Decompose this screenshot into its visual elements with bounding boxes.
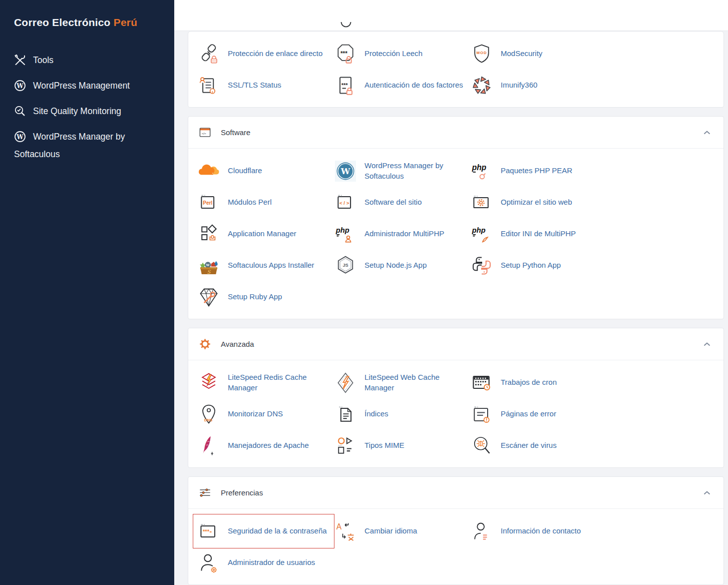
app-item-label[interactable]: Paquetes PHP PEAR <box>501 166 572 176</box>
app-item-label[interactable]: LiteSpeed Redis Cache Manager <box>228 372 329 393</box>
app-item-label[interactable]: Optimizar el sitio web <box>501 197 572 207</box>
app-item-label[interactable]: Trabajos de cron <box>501 377 557 387</box>
app-item-site-software[interactable]: < / > Software del sitio <box>334 187 470 218</box>
header-strip <box>174 0 728 31</box>
wordpress-logo-icon: W <box>334 160 357 183</box>
wordpress-icon: W <box>14 80 26 92</box>
app-item-hotlink-protection[interactable]: Protección de enlace directo <box>197 38 334 70</box>
app-item-setup-python[interactable]: Setup Python App <box>470 250 607 281</box>
app-item-softaculous-installer[interactable]: WS Softaculous Apps Installer <box>197 250 334 281</box>
wordpress-icon: W <box>14 131 26 143</box>
app-item-label[interactable]: Autenticación de dos factores <box>365 80 463 90</box>
app-item-label[interactable]: Módulos Perl <box>228 197 272 207</box>
app-item-label[interactable]: Setup Python App <box>501 260 561 270</box>
app-item-label[interactable]: Manejadores de Apache <box>228 440 309 450</box>
app-item-label[interactable]: Application Manager <box>228 229 296 239</box>
svg-text:< / >: < / > <box>339 200 349 205</box>
app-item-modsecurity[interactable]: MOD ModSecurity <box>470 38 607 70</box>
python-icon <box>470 254 493 277</box>
svg-text:***: *** <box>340 50 347 57</box>
sidebar-item-wp-manager-softaculous[interactable]: W WordPress Manager by Softaculous <box>14 128 163 163</box>
app-item-label[interactable]: Monitorizar DNS <box>228 409 283 419</box>
cron-icon <box>470 371 493 394</box>
imunify360-icon <box>470 74 493 97</box>
app-item-label[interactable]: Tipos MIME <box>365 440 404 450</box>
app-item-label[interactable]: Setup Ruby App <box>228 292 282 302</box>
app-item-php-pear[interactable]: php Paquetes PHP PEAR <box>470 155 607 187</box>
app-item-label[interactable]: Softaculous Apps Installer <box>228 260 314 270</box>
app-item-label[interactable]: Protección de enlace directo <box>228 49 322 59</box>
app-item-mime-types[interactable]: Tipos MIME <box>334 430 470 461</box>
app-item-change-language[interactable]: A Cambiar idioma <box>334 515 470 547</box>
two-factor-icon: *** <box>334 74 357 97</box>
sidebar-item-tools[interactable]: Tools <box>14 52 163 69</box>
app-item-ssl-tls-status[interactable]: SSL/TLS Status <box>197 70 334 101</box>
app-item-label[interactable]: WordPress Manager by Softaculous <box>365 161 465 181</box>
app-item-user-manager[interactable]: Administrador de usuarios <box>197 547 334 578</box>
perl-icon: Perl <box>197 191 220 214</box>
app-item-label[interactable]: Software del sitio <box>365 197 422 207</box>
app-item-litespeed-web[interactable]: LiteSpeed Web Cache Manager <box>334 367 470 398</box>
sidebar-item-label: Site Quality Monitoring <box>33 106 121 116</box>
app-item-label[interactable]: LiteSpeed Web Cache Manager <box>365 372 465 393</box>
app-item-label[interactable]: Cloudflare <box>228 166 262 176</box>
ssl-status-icon <box>197 74 220 97</box>
app-item-label[interactable]: Administrador de usuarios <box>228 557 315 567</box>
app-item-multiphp-manager[interactable]: php Administrador MultiPHP <box>334 218 470 250</box>
app-item-setup-ruby[interactable]: Setup Ruby App <box>197 281 334 313</box>
main-area: Protección de enlace directo *** Protecc… <box>174 0 728 585</box>
app-item-label[interactable]: Seguridad de la & contraseña <box>228 526 327 536</box>
app-item-password-security[interactable]: *** Seguridad de la & contraseña <box>197 515 334 547</box>
multiphp-ini-icon: php <box>470 223 493 246</box>
app-item-optimize-website[interactable]: Optimizar el sitio web <box>470 187 607 218</box>
app-item-litespeed-redis[interactable]: LiteSpeed Redis Cache Manager <box>197 367 334 398</box>
app-item-contact-info[interactable]: Información de contacto <box>470 515 607 547</box>
svg-text:W: W <box>16 83 24 90</box>
brand-accent: Perú <box>114 17 138 28</box>
app-item-imunify360[interactable]: Imunify360 <box>470 70 607 101</box>
advanced-section-icon <box>198 337 212 351</box>
chevron-up-icon[interactable] <box>703 342 710 346</box>
app-item-multiphp-ini-editor[interactable]: php Editor INI de MultiPHP <box>470 218 607 250</box>
app-item-leech-protection[interactable]: *** Protección Leech <box>334 38 470 70</box>
app-item-label[interactable]: Administrador MultiPHP <box>365 229 444 239</box>
app-item-label[interactable]: SSL/TLS Status <box>228 80 281 90</box>
app-item-label[interactable]: Setup Node.js App <box>365 260 427 270</box>
app-item-label[interactable]: Información de contacto <box>501 526 581 536</box>
app-item-label[interactable]: Imunify360 <box>501 80 537 90</box>
chevron-up-icon[interactable] <box>703 131 710 135</box>
section-header-preferencias[interactable]: Preferencias <box>188 477 723 509</box>
sidebar-item-wordpress-management[interactable]: W WordPress Management <box>14 77 163 95</box>
app-item-apache-handlers[interactable]: Manejadores de Apache <box>197 430 334 461</box>
app-item-application-manager[interactable]: Application Manager <box>197 218 334 250</box>
app-item-cron-jobs[interactable]: Trabajos de cron <box>470 367 607 398</box>
app-item-label[interactable]: Cambiar idioma <box>365 526 417 536</box>
app-item-perl-modules[interactable]: Perl Módulos Perl <box>197 187 334 218</box>
sidebar-item-label: WordPress Manager by Softaculous <box>14 132 125 159</box>
softaculous-icon: WS <box>197 254 220 277</box>
app-item-cloudflare[interactable]: Cloudflare <box>197 155 334 187</box>
app-item-label[interactable]: Páginas de error <box>501 409 556 419</box>
app-item-virus-scanner[interactable]: Escáner de virus <box>470 430 607 461</box>
link-lock-icon <box>197 43 220 66</box>
brand-logo[interactable]: Correo Electrónico Perú <box>14 17 163 29</box>
app-item-dns-monitor[interactable]: DNS Monitorizar DNS <box>197 398 334 430</box>
app-item-label[interactable]: ModSecurity <box>501 49 542 59</box>
nodejs-icon: JS <box>334 254 357 277</box>
software-items-grid: Cloudflare W WordPress Manager by Softac… <box>188 149 723 319</box>
app-item-setup-nodejs[interactable]: JS Setup Node.js App <box>334 250 470 281</box>
app-item-error-pages[interactable]: Páginas de error <box>470 398 607 430</box>
app-item-label[interactable]: Editor INI de MultiPHP <box>501 229 576 239</box>
app-item-label[interactable]: Escáner de virus <box>501 440 557 450</box>
password-security-icon: *** <box>197 520 220 543</box>
sidebar-item-site-quality[interactable]: Site Quality Monitoring <box>14 103 163 120</box>
svg-text:Perl: Perl <box>203 200 212 206</box>
app-item-indexes[interactable]: Índices <box>334 398 470 430</box>
chevron-up-icon[interactable] <box>703 491 710 495</box>
app-item-label[interactable]: Índices <box>365 409 389 419</box>
section-header-software[interactable]: </> Software <box>188 117 723 149</box>
app-item-label[interactable]: Protección Leech <box>365 49 423 59</box>
app-item-wp-manager-softaculous[interactable]: W WordPress Manager by Softaculous <box>334 155 470 187</box>
section-header-avanzada[interactable]: Avanzada <box>188 328 723 360</box>
app-item-two-factor-auth[interactable]: *** Autenticación de dos factores <box>334 70 470 101</box>
